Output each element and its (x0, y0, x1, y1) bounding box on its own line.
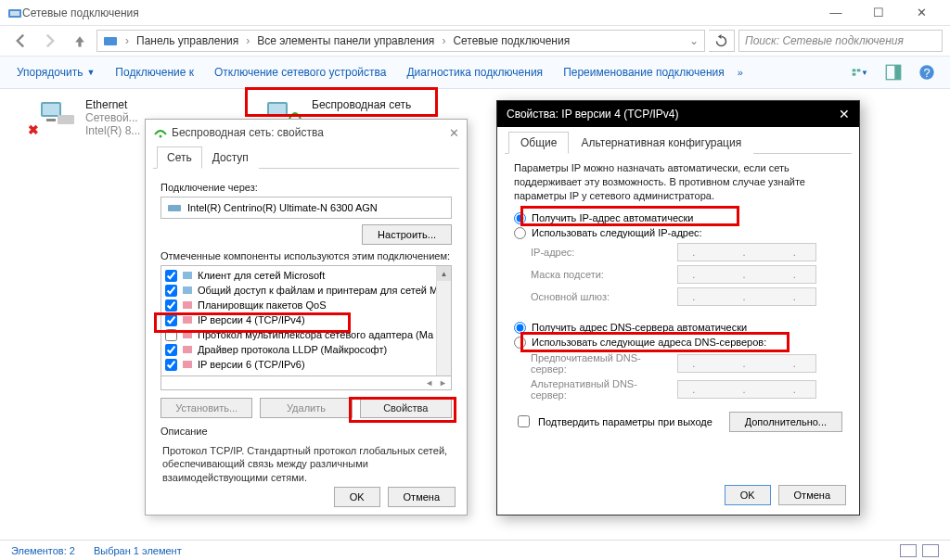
svg-rect-21 (183, 301, 192, 309)
component-checkbox[interactable] (165, 270, 177, 282)
scrollbar[interactable]: ▲ (436, 266, 451, 375)
description-text: Протокол TCP/IP. Стандартный протокол гл… (160, 440, 452, 488)
tab-network[interactable]: Сеть (157, 146, 202, 169)
tab-general[interactable]: Общие (508, 132, 569, 154)
component-item[interactable]: Клиент для сетей Microsoft (163, 268, 449, 283)
connection-properties-dialog: Беспроводная сеть: свойства ✕ Сеть Досту… (145, 119, 468, 515)
component-checkbox[interactable] (165, 329, 177, 341)
svg-rect-20 (183, 286, 192, 294)
breadcrumb-item[interactable]: Панель управления (136, 34, 238, 47)
component-checkbox[interactable] (165, 359, 177, 371)
refresh-button[interactable] (709, 30, 735, 52)
component-item[interactable]: Планировщик пакетов QoS (163, 298, 449, 312)
svg-rect-15 (269, 104, 286, 115)
svg-rect-2 (104, 37, 117, 45)
tab-access[interactable]: Доступ (202, 146, 259, 169)
folder-icon (103, 33, 118, 48)
ethernet-connection[interactable]: ✖ Ethernet Сетевой... Intel(R) 8... (37, 98, 140, 137)
wifi-name: Беспроводная сеть (312, 98, 411, 111)
ethernet-status: Сетевой... (85, 111, 140, 124)
component-checkbox[interactable] (165, 299, 177, 312)
disable-device-button[interactable]: Отключение сетевого устройства (207, 62, 393, 83)
close-icon[interactable]: ✕ (839, 107, 850, 121)
search-input[interactable]: Поиск: Сетевые подключения (738, 30, 943, 52)
component-item[interactable]: Протокол мультиплексора сетевого адаптер… (163, 327, 449, 342)
properties-button[interactable]: Свойства (360, 398, 452, 418)
svg-rect-18 (168, 205, 181, 211)
chevron-down-icon[interactable]: ⌄ (689, 34, 699, 47)
view-large-icon[interactable] (922, 544, 939, 557)
ethernet-icon: ✖ (37, 98, 76, 132)
breadcrumb-bar[interactable]: › Панель управления › Все элементы панел… (96, 30, 705, 52)
ip-auto-radio[interactable]: Получить IP-адрес автоматически (514, 212, 842, 224)
rename-connection-button[interactable]: Переименование подключения (556, 62, 732, 83)
breadcrumb-item[interactable]: Все элементы панели управления (257, 34, 434, 47)
svg-rect-24 (183, 346, 192, 353)
window-title: Сетевые подключения (22, 6, 815, 19)
app-icon (7, 6, 22, 20)
ok-button[interactable]: OK (725, 485, 771, 505)
preferred-dns-input (677, 354, 816, 373)
configure-button[interactable]: Настроить... (362, 224, 452, 245)
remove-button[interactable]: Удалить (260, 398, 352, 418)
breadcrumb-item[interactable]: Сетевые подключения (453, 34, 570, 47)
ip-manual-radio[interactable]: Использовать следующий IP-адрес: (514, 227, 842, 239)
nav-up-button[interactable] (67, 30, 93, 52)
ok-button[interactable]: OK (334, 487, 380, 507)
address-row: › Панель управления › Все элементы панел… (0, 26, 950, 56)
component-item[interactable]: Драйвер протокола LLDP (Майкрософт) (163, 342, 449, 357)
ipv4-properties-dialog: Свойства: IP версии 4 (TCP/IPv4) ✕ Общие… (496, 100, 860, 515)
dns-auto-radio[interactable]: Получить адрес DNS-сервера автоматически (514, 322, 842, 334)
alternate-dns-input (677, 380, 816, 399)
component-item[interactable]: Общий доступ к файлам и принтерам для се… (163, 283, 449, 298)
svg-rect-3 (853, 69, 856, 71)
advanced-button[interactable]: Дополнительно... (729, 412, 842, 432)
cancel-button[interactable]: Отмена (388, 487, 456, 507)
nav-forward-button[interactable] (37, 30, 63, 52)
subnet-mask-input (677, 265, 816, 284)
tab-alternative[interactable]: Альтернативная конфигурация (569, 132, 753, 154)
components-list[interactable]: Клиент для сетей Microsoft Общий доступ … (160, 265, 452, 376)
gateway-input (677, 287, 816, 306)
error-x-icon: ✖ (28, 122, 39, 137)
organize-button[interactable]: Упорядочить▼ (9, 62, 102, 83)
maximize-button[interactable]: ☐ (857, 0, 900, 26)
scroll-right-icon[interactable]: ► (439, 378, 447, 388)
svg-rect-12 (46, 119, 56, 121)
component-checkbox[interactable] (165, 285, 177, 297)
nav-back-button[interactable] (7, 30, 33, 52)
ethernet-name: Ethernet (85, 98, 140, 111)
adapter-icon (167, 200, 182, 215)
help-button[interactable]: ? (913, 61, 941, 83)
svg-text:?: ? (923, 66, 930, 80)
view-options-button[interactable]: ▼ (846, 61, 874, 83)
scroll-up-icon[interactable]: ▲ (437, 266, 451, 281)
dialog-titlebar: Свойства: IP версии 4 (TCP/IPv4) ✕ (497, 101, 859, 127)
preview-pane-button[interactable] (879, 61, 907, 83)
connect-to-button[interactable]: Подключение к (108, 62, 201, 83)
component-checkbox[interactable] (165, 314, 177, 326)
wifi-small-icon (153, 125, 168, 140)
dialog-title: Беспроводная сеть: свойства (172, 126, 324, 139)
close-button[interactable]: ✕ (900, 0, 943, 26)
component-item-ipv4[interactable]: IP версии 4 (TCP/IPv4) (163, 312, 449, 327)
dialog-titlebar: Беспроводная сеть: свойства ✕ (146, 120, 467, 146)
diagnose-button[interactable]: Диагностика подключения (399, 62, 550, 83)
preferred-dns-label: Предпочитаемый DNS-сервер: (531, 352, 670, 375)
close-icon[interactable]: ✕ (449, 126, 459, 140)
install-button[interactable]: Установить... (160, 398, 252, 418)
component-item[interactable]: IP версии 6 (TCP/IPv6) (163, 357, 449, 372)
dns-manual-radio[interactable]: Использовать следующие адреса DNS-сервер… (514, 337, 842, 349)
svg-rect-19 (183, 272, 192, 279)
view-details-icon[interactable] (900, 544, 917, 557)
overflow-icon[interactable]: » (738, 67, 743, 78)
scroll-left-icon[interactable]: ◄ (425, 378, 433, 388)
status-bar: Элементов: 2 Выбран 1 элемент (0, 540, 950, 560)
validate-checkbox[interactable] (518, 415, 530, 427)
minimize-button[interactable]: — (815, 0, 857, 26)
cancel-button[interactable]: Отмена (778, 485, 846, 505)
description-label: Описание (160, 426, 452, 437)
validate-label: Подтвердить параметры при выходе (538, 416, 712, 427)
gateway-label: Основной шлюз: (531, 291, 670, 302)
component-checkbox[interactable] (165, 344, 177, 356)
